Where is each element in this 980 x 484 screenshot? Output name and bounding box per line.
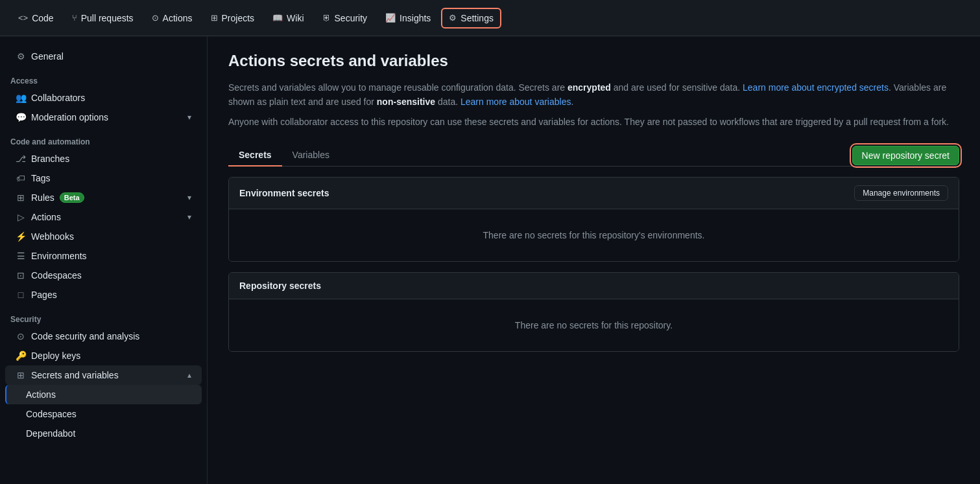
nav-security-label: Security — [335, 13, 368, 23]
wiki-icon: 📖 — [272, 13, 283, 23]
main-layout: ⚙ General Access 👥 Collaborators 💬 Moder… — [0, 36, 980, 484]
nav-wiki[interactable]: 📖 Wiki — [265, 8, 311, 29]
variables-link[interactable]: Learn more about variables — [460, 97, 571, 107]
nav-pull-requests-label: Pull requests — [81, 13, 134, 23]
sidebar-moderation-label: Moderation options — [31, 112, 108, 122]
actions-sidebar-icon: ▷ — [16, 212, 26, 222]
security-section-label: Security — [0, 310, 207, 327]
nav-wiki-label: Wiki — [287, 13, 304, 23]
moderation-chevron-icon: ▾ — [187, 113, 191, 122]
deploy-keys-icon: 🔑 — [16, 351, 26, 361]
nav-code[interactable]: <> Code — [10, 8, 62, 29]
gear-icon: ⚙ — [16, 51, 26, 62]
sidebar-item-deploy-keys[interactable]: 🔑 Deploy keys — [5, 346, 202, 365]
sidebar-item-general[interactable]: ⚙ General — [5, 47, 202, 66]
sidebar-item-tags[interactable]: 🏷 Tags — [5, 168, 202, 188]
nav-insights[interactable]: 📈 Insights — [377, 8, 438, 29]
top-nav: <> Code ⑂ Pull requests ⊙ Actions ⊞ Proj… — [0, 0, 980, 36]
sidebar-collaborators-label: Collaborators — [31, 93, 85, 103]
sidebar-subitem-codespaces[interactable]: Codespaces — [5, 404, 202, 424]
sidebar-subitem-dependabot-label: Dependabot — [26, 428, 75, 439]
sidebar-item-collaborators[interactable]: 👥 Collaborators — [5, 88, 202, 108]
environment-secrets-empty: There are no secrets for this repository… — [229, 209, 959, 261]
projects-icon: ⊞ — [211, 13, 218, 23]
nav-security[interactable]: ⛨ Security — [315, 8, 376, 29]
nav-insights-label: Insights — [400, 13, 431, 23]
tags-icon: 🏷 — [16, 173, 26, 183]
nav-pull-requests[interactable]: ⑂ Pull requests — [64, 8, 141, 29]
sidebar-environments-label: Environments — [31, 251, 87, 261]
repository-secrets-header: Repository secrets — [229, 273, 959, 299]
sidebar-deploy-keys-label: Deploy keys — [31, 351, 80, 361]
tab-variables[interactable]: Variables — [282, 144, 340, 167]
sidebar-item-rules[interactable]: ⊞ Rules Beta ▾ — [5, 188, 202, 207]
rules-item-left: ⊞ Rules Beta — [16, 192, 84, 203]
sidebar-subitem-actions-label: Actions — [26, 389, 56, 400]
sidebar-pages-label: Pages — [31, 290, 57, 300]
sidebar-item-webhooks[interactable]: ⚡ Webhooks — [5, 227, 202, 246]
sidebar-secrets-label: Secrets and variables — [31, 370, 119, 380]
manage-environments-button[interactable]: Manage environments — [854, 185, 948, 201]
nav-projects[interactable]: ⊞ Projects — [203, 8, 263, 29]
environment-secrets-header: Environment secrets Manage environments — [229, 178, 959, 209]
environment-secrets-title: Environment secrets — [239, 188, 329, 198]
sidebar-tags-label: Tags — [31, 173, 51, 183]
sidebar-general-label: General — [31, 51, 64, 62]
tabs-row: Secrets Variables New repository secret — [228, 144, 959, 167]
insights-icon: 📈 — [385, 13, 396, 23]
page-title: Actions secrets and variables — [228, 52, 959, 70]
collaborators-icon: 👥 — [16, 93, 26, 103]
sidebar-code-security-label: Code security and analysis — [31, 331, 139, 341]
environments-icon: ☰ — [16, 251, 26, 261]
nav-code-label: Code — [32, 13, 53, 23]
main-content: Actions secrets and variables Secrets an… — [208, 36, 980, 484]
security-icon: ⛨ — [322, 13, 331, 23]
code-automation-section-label: Code and automation — [0, 132, 207, 149]
nav-actions[interactable]: ⊙ Actions — [144, 8, 200, 29]
codespaces-icon: ⊡ — [16, 270, 26, 281]
settings-icon: ⚙ — [449, 13, 457, 23]
sidebar-subitem-dependabot[interactable]: Dependabot — [5, 424, 202, 443]
repository-secrets-title: Repository secrets — [239, 281, 321, 291]
sidebar-subitem-actions[interactable]: Actions — [5, 385, 202, 404]
environment-secrets-section: Environment secrets Manage environments … — [228, 177, 959, 262]
secrets-icon: ⊞ — [16, 370, 26, 380]
sidebar-item-moderation[interactable]: 💬 Moderation options ▾ — [5, 108, 202, 127]
sidebar-rules-label: Rules — [31, 192, 54, 203]
pull-request-icon: ⑂ — [72, 13, 77, 23]
sidebar: ⚙ General Access 👥 Collaborators 💬 Moder… — [0, 36, 208, 484]
secrets-chevron-icon: ▴ — [187, 371, 191, 380]
rules-icon: ⊞ — [16, 192, 26, 203]
nav-settings-label: Settings — [460, 13, 494, 23]
sidebar-item-code-security[interactable]: ⊙ Code security and analysis — [5, 327, 202, 346]
sidebar-branches-label: Branches — [31, 154, 69, 164]
tab-secrets[interactable]: Secrets — [228, 144, 282, 167]
nav-settings[interactable]: ⚙ Settings — [441, 8, 501, 29]
sidebar-actions-label: Actions — [31, 212, 61, 222]
tabs-container: Secrets Variables — [228, 144, 340, 166]
code-icon: <> — [18, 13, 28, 23]
webhooks-icon: ⚡ — [16, 231, 26, 242]
pages-icon: □ — [16, 290, 26, 300]
sidebar-item-codespaces[interactable]: ⊡ Codespaces — [5, 266, 202, 285]
nav-projects-label: Projects — [222, 13, 255, 23]
sidebar-item-actions[interactable]: ▷ Actions ▾ — [5, 207, 202, 227]
sidebar-subitem-codespaces-label: Codespaces — [26, 409, 77, 419]
sidebar-item-pages[interactable]: □ Pages — [5, 285, 202, 305]
code-security-icon: ⊙ — [16, 331, 26, 341]
repository-secrets-section: Repository secrets There are no secrets … — [228, 272, 959, 352]
sidebar-item-environments[interactable]: ☰ Environments — [5, 246, 202, 266]
nav-actions-label: Actions — [163, 13, 193, 23]
description-block: Secrets and variables allow you to manag… — [228, 80, 959, 109]
sidebar-codespaces-label: Codespaces — [31, 270, 82, 281]
encrypted-secrets-link[interactable]: Learn more about encrypted secrets — [743, 82, 889, 93]
new-repository-secret-button[interactable]: New repository secret — [852, 146, 959, 165]
sidebar-item-secrets-variables[interactable]: ⊞ Secrets and variables ▴ — [5, 365, 202, 385]
actions-item-left: ▷ Actions — [16, 212, 61, 222]
rules-chevron-icon: ▾ — [187, 193, 191, 202]
access-note: Anyone with collaborator access to this … — [228, 115, 959, 129]
actions-icon: ⊙ — [152, 13, 159, 23]
sidebar-item-branches[interactable]: ⎇ Branches — [5, 149, 202, 168]
actions-chevron-icon: ▾ — [187, 213, 191, 222]
branches-icon: ⎇ — [16, 154, 26, 164]
